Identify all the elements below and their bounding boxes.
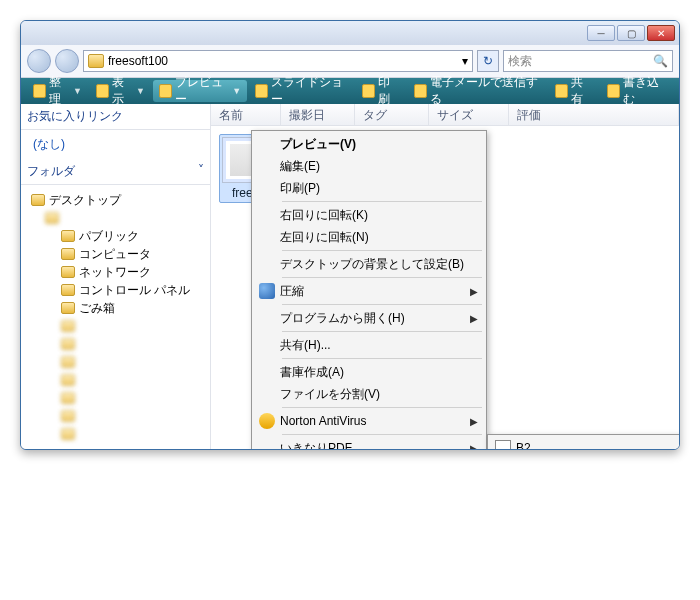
menu-item[interactable]: デスクトップの背景として設定(B)	[254, 253, 484, 275]
menu-label: 書庫作成(A)	[280, 364, 466, 381]
col-name[interactable]: 名前	[211, 104, 281, 125]
menu-separator	[282, 304, 482, 305]
fav-links-title: お気に入りリンク	[21, 104, 210, 130]
refresh-button[interactable]: ↻	[477, 50, 499, 72]
tree-node[interactable]	[27, 371, 204, 389]
submenu-arrow-icon: ▶	[470, 313, 478, 324]
toolbar-電子メールで送信する[interactable]: 電子メールで送信する	[408, 80, 547, 102]
folder-icon	[61, 320, 75, 332]
toolbar-プレビュー[interactable]: プレビュー▼	[153, 80, 247, 102]
norton-icon	[259, 413, 275, 429]
menu-label: 共有(H)...	[280, 337, 466, 354]
sendto-submenu: ↖ B2圧縮 (zip 形式) フォルダH：秀丸Skypeアタッシェケースドキュ…	[487, 434, 680, 450]
minimize-button[interactable]: ─	[587, 25, 615, 41]
toolbar-icon	[555, 84, 568, 98]
menu-label: Norton AntiVirus	[280, 414, 466, 428]
dropdown-icon: ▼	[73, 86, 82, 96]
menu-item[interactable]: プレビュー(V)	[254, 133, 484, 155]
address-path: freesoft100	[108, 54, 168, 68]
toolbar-icon	[255, 84, 268, 98]
sendto-item[interactable]: B2	[490, 437, 680, 450]
app-icon	[259, 283, 275, 299]
folder-icon	[61, 338, 75, 350]
tree-node[interactable]: コントロール パネル	[27, 281, 204, 299]
tree-node[interactable]	[27, 389, 204, 407]
menu-item[interactable]: 右回りに回転(K)	[254, 204, 484, 226]
dropdown-icon: ▼	[136, 86, 145, 96]
menu-item[interactable]: 共有(H)...	[254, 334, 484, 356]
col-date[interactable]: 撮影日	[281, 104, 355, 125]
menu-separator	[282, 201, 482, 202]
toolbar-書き込む[interactable]: 書き込む	[601, 80, 673, 102]
menu-separator	[282, 331, 482, 332]
collapse-icon: ˅	[198, 163, 204, 180]
tree-node[interactable]	[27, 407, 204, 425]
toolbar-印刷[interactable]: 印刷	[356, 80, 406, 102]
tree-label: コントロール パネル	[79, 282, 190, 299]
tree-node[interactable]	[27, 335, 204, 353]
left-pane: お気に入りリンク (なし) フォルダ ˅ デスクトップパブリックコンピュータネッ…	[21, 104, 211, 449]
tree-node[interactable]	[27, 209, 204, 227]
menu-item[interactable]: Norton AntiVirus▶	[254, 410, 484, 432]
folder-icon	[61, 230, 75, 242]
menu-item[interactable]: 印刷(P)	[254, 177, 484, 199]
menu-item[interactable]: 圧縮▶	[254, 280, 484, 302]
back-button[interactable]	[27, 49, 51, 73]
address-dropdown-icon[interactable]: ▾	[462, 54, 468, 68]
tree-node[interactable]: ネットワーク	[27, 263, 204, 281]
user-icon	[45, 212, 59, 224]
toolbar-共有[interactable]: 共有	[549, 80, 599, 102]
toolbar-icon	[362, 84, 375, 98]
menu-item[interactable]: いきなりPDF▶	[254, 437, 484, 450]
tree-label: ネットワーク	[79, 264, 151, 281]
tree-node[interactable]: パブリック	[27, 227, 204, 245]
tree-node[interactable]: ごみ箱	[27, 299, 204, 317]
submenu-arrow-icon: ▶	[470, 286, 478, 297]
close-button[interactable]: ✕	[647, 25, 675, 41]
menu-item[interactable]: プログラムから開く(H)▶	[254, 307, 484, 329]
menu-item[interactable]: 左回りに回転(N)	[254, 226, 484, 248]
share-icon	[259, 337, 275, 353]
file-view: 名前 撮影日 タグ サイズ 評価 freesoft プレビュー(V)編集(E)印…	[211, 104, 679, 449]
sendto-label: B2	[516, 441, 670, 450]
trash-icon	[61, 302, 75, 314]
toolbar-icon	[96, 84, 109, 98]
fav-link-none[interactable]: (なし)	[21, 130, 210, 159]
menu-label: 右回りに回転(K)	[280, 207, 466, 224]
search-box[interactable]: 検索 🔍	[503, 50, 673, 72]
toolbar-表示[interactable]: 表示▼	[90, 80, 151, 102]
tree-node[interactable]: コンピュータ	[27, 245, 204, 263]
submenu-arrow-icon: ▶	[470, 416, 478, 427]
folders-title[interactable]: フォルダ ˅	[21, 159, 210, 185]
menu-label: 圧縮	[280, 283, 466, 300]
tree-node[interactable]: デスクトップ	[27, 191, 204, 209]
col-tag[interactable]: タグ	[355, 104, 429, 125]
toolbar-スライドショー[interactable]: スライドショー	[249, 80, 354, 102]
folder-tree: デスクトップパブリックコンピュータネットワークコントロール パネルごみ箱	[21, 185, 210, 449]
tree-node[interactable]	[27, 317, 204, 335]
menu-label: 印刷(P)	[280, 180, 466, 197]
address-bar[interactable]: freesoft100 ▾	[83, 50, 473, 72]
menu-item[interactable]: 書庫作成(A)	[254, 361, 484, 383]
tree-node[interactable]	[27, 425, 204, 443]
column-header: 名前 撮影日 タグ サイズ 評価	[211, 104, 679, 126]
forward-button[interactable]	[55, 49, 79, 73]
cpanel-icon	[61, 284, 75, 296]
folder-icon	[88, 54, 104, 68]
explorer-window: ─ ▢ ✕ freesoft100 ▾ ↻ 検索 🔍 整理▼表示▼プレビュー▼ス…	[20, 20, 680, 450]
tree-node[interactable]	[27, 353, 204, 371]
folder-icon	[61, 428, 75, 440]
col-size[interactable]: サイズ	[429, 104, 509, 125]
menu-item[interactable]: ファイルを分割(V)	[254, 383, 484, 405]
menu-separator	[282, 358, 482, 359]
toolbar-整理[interactable]: 整理▼	[27, 80, 88, 102]
folder-icon	[61, 356, 75, 368]
context-menu: プレビュー(V)編集(E)印刷(P)右回りに回転(K)左回りに回転(N)デスクト…	[251, 130, 487, 450]
maximize-button[interactable]: ▢	[617, 25, 645, 41]
menu-item[interactable]: 編集(E)	[254, 155, 484, 177]
menu-label: プレビュー(V)	[280, 136, 466, 153]
dropdown-icon: ▼	[232, 86, 241, 96]
col-rating[interactable]: 評価	[509, 104, 679, 125]
folder-icon	[61, 374, 75, 386]
search-icon: 🔍	[653, 54, 668, 68]
